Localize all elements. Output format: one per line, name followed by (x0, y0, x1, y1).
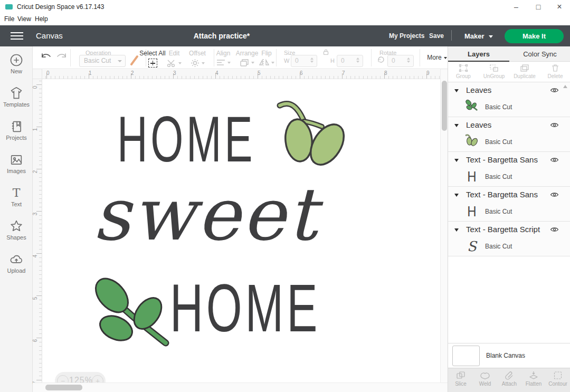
sidebar-item-label: Upload (0, 267, 33, 274)
zoom-out-button[interactable]: − (57, 375, 69, 383)
app-title: Cricut Design Space v6.17.143 (17, 3, 104, 11)
undo-button[interactable] (40, 52, 53, 65)
rotate-icon (377, 55, 385, 66)
collapse-arrow-icon[interactable] (454, 159, 459, 162)
width-label: W (284, 58, 289, 64)
tab-layers[interactable]: Layers (448, 46, 509, 62)
weld-button[interactable]: Weld (473, 371, 497, 387)
offset-button[interactable]: Offset (185, 50, 210, 68)
duplicate-label: Duplicate (514, 73, 536, 79)
design-text-home-bottom[interactable]: HOME (170, 270, 320, 347)
minimize-button[interactable]: – (508, 1, 524, 13)
layer-row[interactable]: Leaves Basic Cut (448, 117, 570, 152)
ungroup-button[interactable]: UnGroup (479, 64, 509, 79)
width-input[interactable]: 0 (291, 55, 317, 67)
zoom-in-button[interactable]: + (92, 375, 103, 383)
delete-button[interactable]: Delete (540, 64, 570, 79)
layer-type: Basic Cut (485, 103, 512, 111)
more-button[interactable]: More (423, 54, 451, 61)
edit-menu-button[interactable]: Edit (163, 50, 186, 68)
rotate-input[interactable]: 0 (387, 55, 414, 67)
collapse-arrow-icon[interactable] (454, 228, 459, 232)
layer-thumbnail-leaf-dark (464, 99, 480, 115)
layer-sublayer[interactable]: Basic Cut (448, 99, 570, 117)
flip-button[interactable]: Flip (254, 50, 279, 66)
layer-sublayer[interactable]: Basic Cut (448, 133, 570, 151)
attach-button[interactable]: Attach (497, 371, 521, 387)
save-button[interactable]: Save (429, 32, 444, 40)
height-value: 0 (341, 57, 345, 64)
sidebar-item-new[interactable]: New (0, 52, 33, 82)
scrollbar-thumb[interactable] (442, 81, 447, 131)
height-input[interactable]: 0 (337, 55, 363, 67)
tab-color-sync[interactable]: Color Sync (509, 46, 570, 62)
scroll-up-arrow-icon[interactable] (563, 85, 567, 88)
canvas-color-swatch[interactable] (452, 346, 480, 366)
sidebar-item-images[interactable]: Images (0, 151, 33, 182)
sidebar-item-projects[interactable]: Projects (0, 118, 33, 149)
collapse-arrow-icon[interactable] (454, 89, 459, 92)
menu-file[interactable]: File (4, 15, 14, 23)
design-text-home-top[interactable]: HOME (117, 102, 255, 177)
layer-sublayer[interactable]: H Basic Cut (448, 168, 570, 186)
app-header: Canvas Attach practice* My Projects Save… (0, 25, 570, 46)
tshirt-icon (0, 85, 33, 101)
sidebar-item-label: New (0, 68, 33, 74)
maximize-button[interactable]: □ (530, 1, 546, 13)
design-text-sweet[interactable]: sweet (93, 172, 319, 257)
group-button[interactable]: Group (448, 64, 479, 79)
duplicate-button[interactable]: Duplicate (509, 64, 540, 79)
blank-canvas-row[interactable]: Blank Canvas (448, 343, 570, 368)
eye-icon[interactable] (550, 156, 559, 166)
flatten-button[interactable]: Flatten (521, 371, 546, 387)
collapse-arrow-icon[interactable] (454, 194, 459, 197)
scrollbar-thumb[interactable] (45, 385, 82, 390)
chevron-down-icon (118, 60, 122, 62)
ruler-number: 4 (215, 70, 218, 76)
eye-icon[interactable] (550, 226, 559, 235)
menu-bar: File View Help (0, 14, 570, 25)
stepper-icon[interactable] (407, 58, 411, 63)
left-sidebar: New Templates Projects Images T Text Sha… (0, 46, 33, 392)
operation-select[interactable]: Basic Cut (79, 55, 126, 67)
sidebar-item-upload[interactable]: Upload (0, 251, 33, 282)
slice-button[interactable]: Slice (449, 371, 473, 387)
dark-leaves-graphic[interactable] (89, 273, 178, 355)
make-it-button[interactable]: Make It (505, 29, 564, 43)
ruler-number: 5 (32, 297, 38, 300)
app-window: Cricut Design Space v6.17.143 – □ × File… (0, 0, 570, 392)
layer-row[interactable]: Text - Bargetta Script S Basic Cut (448, 222, 570, 256)
menu-help[interactable]: Help (35, 15, 48, 23)
my-projects-link[interactable]: My Projects (389, 32, 424, 40)
layer-row[interactable]: Text - Bargetta Sans H Basic Cut (448, 152, 570, 187)
group-label: Group (456, 73, 471, 79)
sidebar-item-text[interactable]: T Text (0, 185, 33, 215)
collapse-arrow-icon[interactable] (454, 124, 459, 127)
layer-row[interactable]: Text - Bargetta Sans H Basic Cut (448, 187, 570, 222)
eye-icon[interactable] (550, 87, 559, 96)
close-button[interactable]: × (552, 1, 567, 13)
layer-name: Text - Bargetta Sans (466, 190, 538, 199)
stepper-icon[interactable] (356, 58, 360, 63)
horizontal-scrollbar[interactable] (33, 383, 448, 392)
layer-sublayer[interactable]: H Basic Cut (448, 203, 570, 221)
menu-view[interactable]: View (17, 15, 31, 23)
contour-button[interactable]: Contour (546, 371, 570, 387)
sidebar-item-shapes[interactable]: Shapes (0, 218, 33, 248)
design-canvas[interactable]: HOME sweet HOME − 125% + (42, 79, 440, 383)
align-icon (216, 59, 225, 66)
flatten-label: Flatten (526, 381, 542, 387)
layers-panel: Layers Color Sync Group UnGroup Duplicat… (448, 46, 570, 392)
vertical-scrollbar[interactable] (440, 69, 448, 383)
layer-sublayer[interactable]: S Basic Cut (448, 238, 570, 256)
layer-type: Basic Cut (485, 173, 512, 180)
lock-icon[interactable] (322, 48, 329, 58)
machine-selector[interactable]: Maker (464, 32, 493, 40)
redo-button[interactable] (55, 52, 68, 65)
layer-row[interactable]: Leaves Basic Cut (448, 82, 570, 117)
stepper-icon[interactable] (310, 58, 315, 63)
eye-icon[interactable] (550, 121, 559, 131)
sidebar-item-templates[interactable]: Templates (0, 85, 33, 116)
eye-icon[interactable] (550, 191, 559, 200)
light-leaves-graphic[interactable] (273, 99, 353, 170)
